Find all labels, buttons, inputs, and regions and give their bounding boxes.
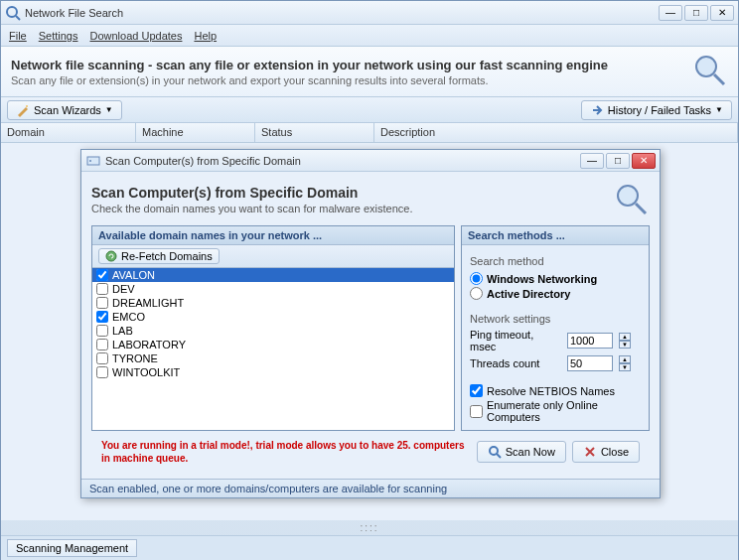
menu-file[interactable]: File <box>9 30 27 42</box>
scan-now-button[interactable]: Scan Now <box>477 441 566 463</box>
search-icon <box>488 445 502 459</box>
domain-checkbox[interactable] <box>96 297 108 309</box>
dialog-status: Scan enabled, one or more domains/comput… <box>81 479 660 497</box>
menu-help[interactable]: Help <box>194 30 217 42</box>
enumerate-online-checkbox[interactable] <box>470 405 483 418</box>
banner-title: Network file scanning - scan any file or… <box>11 58 692 72</box>
chevron-down-icon: ▼ <box>105 105 113 114</box>
domain-checkbox[interactable] <box>96 325 108 337</box>
dialog-titlebar[interactable]: Scan Computer(s) from Specific Domain ― … <box>81 150 660 172</box>
svg-point-4 <box>26 105 28 107</box>
col-domain[interactable]: Domain <box>1 123 136 142</box>
scan-dialog: Scan Computer(s) from Specific Domain ― … <box>80 149 661 498</box>
domain-item[interactable]: EMCO <box>92 310 454 324</box>
resolve-netbios-label[interactable]: Resolve NETBIOS Names <box>487 385 615 397</box>
main-titlebar[interactable]: Network File Search ― □ ✕ <box>1 1 738 25</box>
menu-download-updates[interactable]: Download Updates <box>89 30 182 42</box>
domains-panel: Available domain names in your network .… <box>91 225 455 431</box>
domain-checkbox[interactable] <box>96 269 108 281</box>
radio-windows-networking[interactable] <box>470 272 483 285</box>
resolve-netbios-checkbox[interactable] <box>470 384 483 397</box>
network-settings-label: Network settings <box>470 313 641 325</box>
svg-point-10 <box>490 447 498 455</box>
svg-point-6 <box>89 160 91 162</box>
domain-name: EMCO <box>112 311 145 323</box>
column-headers: Domain Machine Status Description <box>1 123 738 143</box>
radio-active-directory[interactable] <box>470 287 483 300</box>
domain-item[interactable]: LABORATORY <box>92 338 454 351</box>
domain-item[interactable]: DREAMLIGHT <box>92 296 454 310</box>
history-button[interactable]: History / Failed Tasks ▼ <box>581 100 732 120</box>
close-dialog-button[interactable]: Close <box>572 441 640 463</box>
svg-point-7 <box>618 186 638 206</box>
dialog-maximize-button[interactable]: □ <box>606 153 630 169</box>
toolbar: Scan Wizards ▼ History / Failed Tasks ▼ <box>1 97 738 123</box>
svg-point-2 <box>696 57 716 76</box>
window-title: Network File Search <box>25 7 659 19</box>
domain-item[interactable]: LAB <box>92 324 454 338</box>
threads-spinner[interactable]: ▲▼ <box>619 355 631 371</box>
menu-settings[interactable]: Settings <box>39 30 78 42</box>
threads-count-input[interactable] <box>567 355 613 371</box>
banner: Network file scanning - scan any file or… <box>1 47 738 97</box>
scan-wizards-button[interactable]: Scan Wizards ▼ <box>7 100 122 120</box>
dialog-titlebar-text: Scan Computer(s) from Specific Domain <box>105 155 580 167</box>
app-icon <box>5 5 21 21</box>
svg-point-9 <box>106 251 116 261</box>
dialog-subtitle: Check the domain names you want to scan … <box>91 203 614 214</box>
magnifier-icon <box>614 182 650 217</box>
dialog-title: Scan Computer(s) from Specific Domain <box>91 185 614 201</box>
domain-name: LAB <box>112 325 133 337</box>
minimize-button[interactable]: ― <box>659 5 682 21</box>
maximize-button[interactable]: □ <box>684 5 708 21</box>
refetch-domains-button[interactable]: Re-Fetch Domains <box>98 248 220 264</box>
domain-item[interactable]: DEV <box>92 282 454 296</box>
domain-name: LABORATORY <box>112 339 186 350</box>
search-methods-header: Search methods ... <box>462 226 649 245</box>
search-method-label: Search method <box>470 255 641 267</box>
banner-subtitle: Scan any file or extension(s) in your ne… <box>11 74 692 86</box>
radio-ad-label[interactable]: Active Directory <box>487 288 570 300</box>
close-icon <box>583 445 597 459</box>
ping-timeout-label: Ping timeout, msec <box>470 329 561 352</box>
domain-list[interactable]: AVALONDEVDREAMLIGHTEMCOLABLABORATORYTYRO… <box>92 268 454 427</box>
wand-icon <box>16 103 30 117</box>
col-machine[interactable]: Machine <box>136 123 255 142</box>
splitter-grip[interactable]: :::: <box>1 520 738 535</box>
domain-name: WINTOOLKIT <box>112 366 180 378</box>
ping-spinner[interactable]: ▲▼ <box>619 333 631 349</box>
ping-timeout-input[interactable] <box>567 333 613 349</box>
dialog-close-button[interactable]: ✕ <box>632 153 656 169</box>
svg-line-11 <box>497 454 501 458</box>
trial-mode-warning: You are running in a trial mode!, trial … <box>101 439 471 465</box>
domain-item[interactable]: AVALON <box>92 268 454 282</box>
threads-count-label: Threads count <box>470 357 561 369</box>
main-area: Scan Computer(s) from Specific Domain ― … <box>1 143 738 520</box>
radio-windows-label[interactable]: Windows Networking <box>487 273 597 285</box>
domain-checkbox[interactable] <box>96 366 108 378</box>
domain-checkbox[interactable] <box>96 283 108 295</box>
domain-name: DEV <box>112 283 135 295</box>
dialog-minimize-button[interactable]: ― <box>580 153 604 169</box>
svg-rect-5 <box>87 157 99 165</box>
close-button[interactable]: ✕ <box>710 5 734 21</box>
refresh-icon <box>105 250 117 262</box>
tab-scanning-management[interactable]: Scanning Management <box>7 539 137 557</box>
col-status[interactable]: Status <box>255 123 374 142</box>
magnifier-icon <box>692 53 728 90</box>
domain-item[interactable]: TYRONE <box>92 351 454 365</box>
dialog-icon <box>85 153 101 169</box>
domain-checkbox[interactable] <box>96 352 108 364</box>
tab-row: Scanning Management <box>1 535 738 560</box>
domain-item[interactable]: WINTOOLKIT <box>92 365 454 379</box>
chevron-down-icon: ▼ <box>715 105 723 114</box>
col-description[interactable]: Description <box>374 123 738 142</box>
domain-checkbox[interactable] <box>96 311 108 323</box>
domain-name: TYRONE <box>112 352 158 364</box>
svg-line-3 <box>714 74 724 84</box>
main-window: Network File Search ― □ ✕ File Settings … <box>0 0 739 560</box>
domain-checkbox[interactable] <box>96 339 108 350</box>
window-controls: ― □ ✕ <box>659 5 734 21</box>
enumerate-online-label[interactable]: Enumerate only Online Computers <box>487 399 641 423</box>
svg-point-0 <box>7 7 17 17</box>
